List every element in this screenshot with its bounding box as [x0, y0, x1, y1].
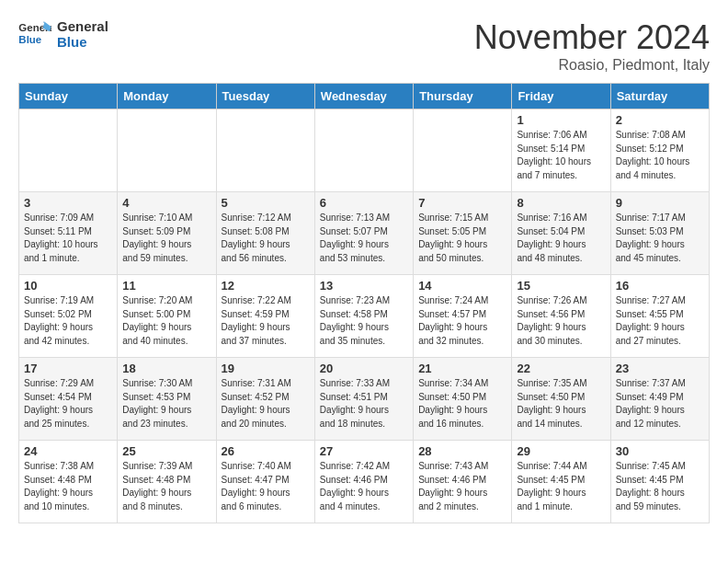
day-info: Sunrise: 7:30 AM Sunset: 4:53 PM Dayligh… [122, 377, 210, 431]
day-number: 18 [122, 362, 210, 375]
weekday-header-row: SundayMondayTuesdayWednesdayThursdayFrid… [19, 84, 710, 109]
weekday-header-wednesday: Wednesday [314, 84, 413, 109]
day-number: 5 [222, 196, 310, 210]
calendar-cell: 7Sunrise: 7:15 AM Sunset: 5:05 PM Daylig… [414, 192, 512, 275]
day-number: 14 [418, 279, 506, 293]
day-info: Sunrise: 7:42 AM Sunset: 4:46 PM Dayligh… [320, 460, 408, 513]
calendar-cell [19, 109, 118, 192]
calendar-cell: 28Sunrise: 7:43 AM Sunset: 4:46 PM Dayli… [414, 441, 512, 523]
calendar-week-5: 24Sunrise: 7:38 AM Sunset: 4:48 PM Dayli… [19, 441, 710, 523]
day-number: 16 [616, 279, 704, 293]
day-number: 10 [24, 279, 112, 293]
weekday-header-tuesday: Tuesday [216, 84, 314, 109]
calendar-cell: 4Sunrise: 7:10 AM Sunset: 5:09 PM Daylig… [118, 192, 216, 275]
day-info: Sunrise: 7:27 AM Sunset: 4:55 PM Dayligh… [616, 294, 704, 348]
day-info: Sunrise: 7:13 AM Sunset: 5:07 PM Dayligh… [320, 212, 408, 265]
calendar-cell: 11Sunrise: 7:20 AM Sunset: 5:00 PM Dayli… [118, 275, 216, 358]
calendar-week-1: 1Sunrise: 7:06 AM Sunset: 5:14 PM Daylig… [19, 109, 710, 192]
weekday-header-saturday: Saturday [610, 84, 709, 109]
day-number: 7 [418, 196, 506, 210]
logo-general: General [57, 18, 108, 34]
calendar-cell: 1Sunrise: 7:06 AM Sunset: 5:14 PM Daylig… [512, 109, 610, 192]
day-info: Sunrise: 7:39 AM Sunset: 4:48 PM Dayligh… [122, 460, 210, 513]
calendar-cell: 22Sunrise: 7:35 AM Sunset: 4:50 PM Dayli… [512, 358, 610, 441]
calendar-cell: 19Sunrise: 7:31 AM Sunset: 4:52 PM Dayli… [216, 358, 314, 441]
svg-text:Blue: Blue [18, 34, 41, 45]
day-number: 6 [320, 196, 408, 210]
day-info: Sunrise: 7:16 AM Sunset: 5:04 PM Dayligh… [517, 212, 605, 265]
day-info: Sunrise: 7:34 AM Sunset: 4:50 PM Dayligh… [418, 377, 506, 431]
day-number: 3 [24, 196, 112, 210]
day-number: 26 [222, 444, 310, 458]
day-number: 21 [418, 362, 506, 375]
calendar-cell: 24Sunrise: 7:38 AM Sunset: 4:48 PM Dayli… [19, 441, 118, 523]
weekday-header-sunday: Sunday [19, 84, 118, 109]
calendar-table: SundayMondayTuesdayWednesdayThursdayFrid… [18, 83, 710, 523]
calendar-week-2: 3Sunrise: 7:09 AM Sunset: 5:11 PM Daylig… [19, 192, 710, 275]
day-info: Sunrise: 7:29 AM Sunset: 4:54 PM Dayligh… [24, 377, 112, 431]
calendar-cell: 21Sunrise: 7:34 AM Sunset: 4:50 PM Dayli… [414, 358, 512, 441]
day-info: Sunrise: 7:31 AM Sunset: 4:52 PM Dayligh… [222, 377, 310, 431]
day-number: 15 [517, 279, 605, 293]
day-number: 23 [616, 362, 704, 375]
calendar-cell: 10Sunrise: 7:19 AM Sunset: 5:02 PM Dayli… [19, 275, 118, 358]
day-info: Sunrise: 7:44 AM Sunset: 4:45 PM Dayligh… [517, 460, 605, 513]
day-number: 27 [320, 444, 408, 458]
day-info: Sunrise: 7:06 AM Sunset: 5:14 PM Dayligh… [517, 129, 605, 182]
day-number: 4 [122, 196, 210, 210]
calendar-cell: 27Sunrise: 7:42 AM Sunset: 4:46 PM Dayli… [314, 441, 413, 523]
location-subtitle: Roasio, Piedmont, Italy [474, 57, 710, 74]
day-number: 8 [517, 196, 605, 210]
calendar-week-3: 10Sunrise: 7:19 AM Sunset: 5:02 PM Dayli… [19, 275, 710, 358]
calendar-cell: 2Sunrise: 7:08 AM Sunset: 5:12 PM Daylig… [610, 109, 709, 192]
day-info: Sunrise: 7:08 AM Sunset: 5:12 PM Dayligh… [616, 129, 704, 182]
page-header: General Blue General Blue November 2024 … [18, 18, 710, 74]
calendar-cell: 30Sunrise: 7:45 AM Sunset: 4:45 PM Dayli… [610, 441, 709, 523]
calendar-cell [414, 109, 512, 192]
day-info: Sunrise: 7:20 AM Sunset: 5:00 PM Dayligh… [122, 294, 210, 348]
day-number: 24 [24, 444, 112, 458]
day-number: 9 [616, 196, 704, 210]
day-info: Sunrise: 7:43 AM Sunset: 4:46 PM Dayligh… [418, 460, 506, 513]
calendar-cell: 23Sunrise: 7:37 AM Sunset: 4:49 PM Dayli… [610, 358, 709, 441]
day-info: Sunrise: 7:24 AM Sunset: 4:57 PM Dayligh… [418, 294, 506, 348]
day-info: Sunrise: 7:09 AM Sunset: 5:11 PM Dayligh… [24, 212, 112, 265]
day-info: Sunrise: 7:19 AM Sunset: 5:02 PM Dayligh… [24, 294, 112, 348]
calendar-cell [314, 109, 413, 192]
calendar-cell: 9Sunrise: 7:17 AM Sunset: 5:03 PM Daylig… [610, 192, 709, 275]
day-number: 22 [517, 362, 605, 375]
day-number: 30 [616, 444, 704, 458]
calendar-cell: 18Sunrise: 7:30 AM Sunset: 4:53 PM Dayli… [118, 358, 216, 441]
day-number: 19 [222, 362, 310, 375]
day-info: Sunrise: 7:37 AM Sunset: 4:49 PM Dayligh… [616, 377, 704, 431]
calendar-cell: 6Sunrise: 7:13 AM Sunset: 5:07 PM Daylig… [314, 192, 413, 275]
day-number: 12 [222, 279, 310, 293]
day-info: Sunrise: 7:15 AM Sunset: 5:05 PM Dayligh… [418, 212, 506, 265]
calendar-week-4: 17Sunrise: 7:29 AM Sunset: 4:54 PM Dayli… [19, 358, 710, 441]
calendar-cell: 3Sunrise: 7:09 AM Sunset: 5:11 PM Daylig… [19, 192, 118, 275]
calendar-cell: 15Sunrise: 7:26 AM Sunset: 4:56 PM Dayli… [512, 275, 610, 358]
weekday-header-friday: Friday [512, 84, 610, 109]
day-info: Sunrise: 7:22 AM Sunset: 4:59 PM Dayligh… [222, 294, 310, 348]
calendar-cell: 17Sunrise: 7:29 AM Sunset: 4:54 PM Dayli… [19, 358, 118, 441]
day-info: Sunrise: 7:35 AM Sunset: 4:50 PM Dayligh… [517, 377, 605, 431]
title-block: November 2024 Roasio, Piedmont, Italy [474, 18, 710, 74]
calendar-cell: 26Sunrise: 7:40 AM Sunset: 4:47 PM Dayli… [216, 441, 314, 523]
day-info: Sunrise: 7:45 AM Sunset: 4:45 PM Dayligh… [616, 460, 704, 513]
calendar-cell: 29Sunrise: 7:44 AM Sunset: 4:45 PM Dayli… [512, 441, 610, 523]
calendar-cell: 13Sunrise: 7:23 AM Sunset: 4:58 PM Dayli… [314, 275, 413, 358]
day-number: 13 [320, 279, 408, 293]
weekday-header-thursday: Thursday [414, 84, 512, 109]
calendar-cell: 25Sunrise: 7:39 AM Sunset: 4:48 PM Dayli… [118, 441, 216, 523]
calendar-cell: 20Sunrise: 7:33 AM Sunset: 4:51 PM Dayli… [314, 358, 413, 441]
calendar-cell: 12Sunrise: 7:22 AM Sunset: 4:59 PM Dayli… [216, 275, 314, 358]
day-number: 28 [418, 444, 506, 458]
logo: General Blue General Blue [18, 18, 108, 50]
day-info: Sunrise: 7:26 AM Sunset: 4:56 PM Dayligh… [517, 294, 605, 348]
day-info: Sunrise: 7:40 AM Sunset: 4:47 PM Dayligh… [222, 460, 310, 513]
day-number: 29 [517, 444, 605, 458]
day-number: 17 [24, 362, 112, 375]
day-number: 25 [122, 444, 210, 458]
day-number: 2 [616, 113, 704, 127]
day-info: Sunrise: 7:33 AM Sunset: 4:51 PM Dayligh… [320, 377, 408, 431]
